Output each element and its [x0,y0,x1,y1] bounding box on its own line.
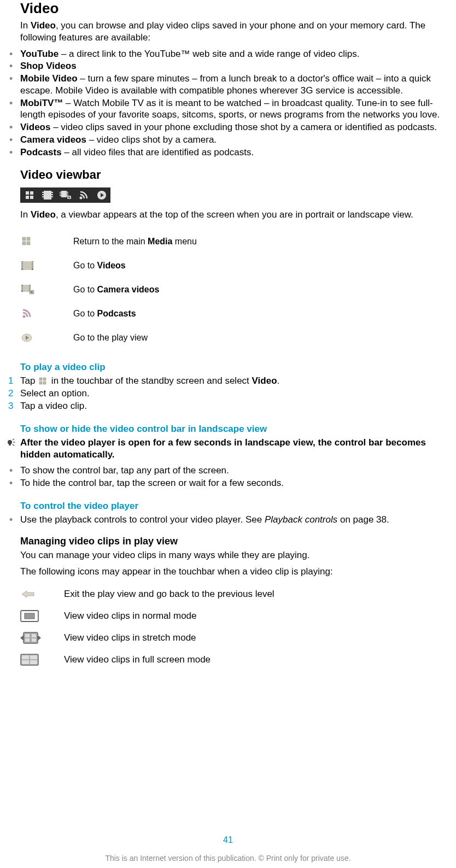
svg-rect-35 [21,265,23,266]
svg-rect-73 [22,655,29,659]
svg-rect-56 [39,382,42,384]
feature-list: YouTube – a direct link to the YouTube™ … [8,48,448,159]
list-item: Videos – video clips saved in your phone… [8,121,448,133]
manage-p2: The following icons may appear in the to… [20,566,448,578]
svg-marker-67 [38,635,41,641]
svg-line-60 [13,439,14,440]
controlplayer-bullets: Use the playback controls to control you… [8,514,448,526]
play-icon [20,332,73,343]
svg-point-51 [23,315,26,318]
play-steps: 1 Tap in the touchbar of the standby scr… [8,375,448,412]
svg-rect-9 [42,196,44,197]
lightbulb-icon [6,438,16,448]
podcasts-icon [20,308,73,319]
svg-rect-27 [22,237,26,241]
svg-rect-1 [30,191,33,195]
svg-rect-38 [32,265,33,266]
svg-rect-3 [30,196,33,199]
play-icon [92,187,110,203]
list-item: 2Select an option. [8,388,448,400]
media-menu-icon [20,236,73,247]
svg-rect-2 [26,196,29,199]
svg-rect-8 [42,194,44,195]
manage-p1: You can manage your video clips in many … [20,549,448,561]
svg-rect-47 [29,288,31,289]
camera-videos-icon [20,285,73,295]
svg-rect-17 [60,193,61,195]
svg-rect-34 [21,262,23,263]
svg-rect-18 [60,195,61,196]
videos-icon [38,187,56,203]
touchbar-legend-table: Exit the play view and go back to the pr… [20,583,448,671]
table-row: View video clips in stretch mode [20,627,448,649]
svg-point-24 [79,197,82,200]
svg-point-50 [31,291,33,294]
svg-rect-69 [32,634,36,637]
table-row: Exit the play view and go back to the pr… [20,583,448,605]
list-item: To show the control bar, tap any part of… [8,465,448,477]
svg-rect-43 [21,286,23,287]
podcasts-icon [74,187,92,203]
viewbar-legend-table: Return to the main Media menu Go to Vide… [20,230,448,350]
svg-rect-64 [25,613,34,619]
svg-rect-71 [32,638,36,642]
list-item: YouTube – a direct link to the YouTube™ … [8,48,448,60]
svg-rect-19 [67,192,68,193]
svg-rect-12 [51,196,53,197]
media-menu-icon [20,187,38,203]
back-arrow-icon [20,590,64,599]
list-item: Shop Videos [8,60,448,72]
svg-point-58 [8,440,12,444]
intro-paragraph: In Video, you can browse and play video … [20,20,448,44]
viewbar-image [20,187,110,203]
svg-rect-55 [43,378,46,380]
list-item: To hide the control bar, tap the screen … [8,477,448,489]
svg-rect-74 [30,655,37,659]
table-row: Go to Camera videos [20,278,448,302]
svg-rect-75 [22,660,29,664]
svg-rect-36 [21,267,23,268]
controlbar-bullets: To show the control bar, tap any part of… [8,465,448,489]
svg-rect-68 [25,634,30,637]
svg-rect-45 [21,289,23,290]
stretch-mode-icon [20,632,64,644]
svg-rect-48 [29,289,31,290]
section-heading-manage: Managing video clips in play view [20,536,448,547]
list-item: Podcasts – all video files that are iden… [8,146,448,159]
svg-rect-30 [27,242,30,245]
svg-rect-76 [30,660,37,664]
normal-mode-icon [20,610,64,622]
svg-line-62 [13,444,14,445]
table-row: Go to the play view [20,326,448,350]
page-number: 41 [0,835,456,845]
svg-rect-39 [32,267,33,268]
list-item: Mobile Video – turn a few spare minutes … [8,73,448,97]
svg-rect-37 [32,262,33,263]
svg-rect-31 [21,261,33,270]
footer-note: This is an Internet version of this publ… [0,854,456,863]
task-heading: To control the video player [20,501,448,512]
footer: 41 This is an Internet version of this p… [0,835,456,863]
svg-rect-10 [51,192,53,193]
svg-rect-59 [9,444,10,445]
fullscreen-mode-icon [20,654,64,666]
table-row: Return to the main Media menu [20,230,448,254]
list-item: MobiTV™ – Watch Mobile TV as it is meant… [8,97,448,121]
svg-rect-57 [43,382,46,384]
camera-videos-icon [56,187,74,203]
table-row: Go to Videos [20,254,448,278]
svg-rect-16 [60,192,61,193]
svg-rect-70 [25,638,30,642]
svg-marker-66 [20,635,24,641]
viewbar-intro: In Video, a viewbar appears at the top o… [20,209,448,221]
section-heading-viewbar: Video viewbar [20,168,448,182]
svg-rect-29 [22,242,26,245]
task-heading: To show or hide the video control bar in… [20,424,448,435]
videos-icon [20,261,73,270]
tip-note: After the video player is open for a few… [8,437,448,460]
svg-rect-11 [51,194,53,195]
list-item: Use the playback controls to control you… [8,514,448,526]
svg-rect-20 [67,193,68,195]
svg-point-23 [68,197,69,198]
svg-rect-28 [27,237,30,241]
